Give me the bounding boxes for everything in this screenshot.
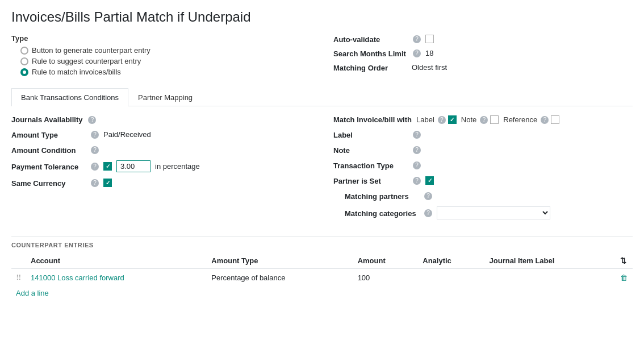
partner-is-set-help[interactable]: ? xyxy=(413,177,421,185)
radio-circle-match xyxy=(20,68,28,76)
note-field-label: Note xyxy=(333,145,407,155)
radio-rule-suggest[interactable]: Rule to suggest counterpart entry xyxy=(20,57,311,65)
match-reference-help[interactable]: ? xyxy=(541,116,549,124)
match-note-checkbox[interactable] xyxy=(490,115,499,124)
journal-item-label-cell xyxy=(485,269,616,287)
transaction-type-label: Transaction Type xyxy=(333,160,407,170)
counterpart-title: COUNTERPART ENTRIES xyxy=(11,237,633,248)
add-line-button[interactable]: Add a line xyxy=(11,287,53,300)
tab-bank-transactions[interactable]: Bank Transactions Conditions xyxy=(11,88,128,106)
match-invoice-label: Match Invoice/bill with xyxy=(333,115,412,124)
partner-is-set-label: Partner is Set xyxy=(333,176,407,185)
col-account: Account xyxy=(26,253,207,269)
tab-partner-mapping[interactable]: Partner Mapping xyxy=(128,88,202,106)
same-currency-help[interactable]: ? xyxy=(91,179,99,187)
match-reference-checkbox[interactable] xyxy=(551,115,559,124)
account-link[interactable]: 141000 Loss carried forward xyxy=(31,273,124,282)
match-reference-item: Reference ? xyxy=(503,115,559,124)
payment-tolerance-label: Payment Tolerance xyxy=(11,161,85,171)
col-amount-type: Amount Type xyxy=(207,253,353,269)
matching-categories-label: Matching categories xyxy=(345,208,419,218)
match-label-text: Label xyxy=(416,115,434,124)
match-reference-text: Reference xyxy=(503,115,537,124)
match-label-checkbox[interactable] xyxy=(448,115,457,124)
payment-tolerance-input[interactable] xyxy=(116,160,150,172)
analytic-cell xyxy=(418,269,484,287)
amount-type-value: Paid/Received xyxy=(103,130,151,139)
counterpart-table: Account Amount Type Amount Analytic Jour… xyxy=(11,253,633,287)
search-months-value: 18 xyxy=(425,49,433,57)
amount-cell: 100 xyxy=(353,269,419,287)
matching-partners-help[interactable]: ? xyxy=(424,192,432,200)
partner-is-set-checkbox[interactable] xyxy=(425,176,434,185)
match-note-item: Note ? xyxy=(461,115,499,124)
journals-availability-label: Journals Availability xyxy=(11,115,82,124)
matching-categories-dropdown[interactable] xyxy=(437,206,550,219)
radio-button-counterpart[interactable]: Button to generate counterpart entry xyxy=(20,46,311,55)
matching-categories-select[interactable] xyxy=(437,206,550,219)
auto-validate-label: Auto-validate xyxy=(333,34,407,44)
note-field-help[interactable]: ? xyxy=(413,146,421,154)
drag-handle[interactable]: ⠿ xyxy=(16,273,22,282)
label-field-label: Label xyxy=(333,130,407,139)
type-label: Type xyxy=(11,34,28,43)
payment-tolerance-suffix: in percentage xyxy=(155,162,200,171)
radio-rule-match[interactable]: Rule to match invoices/bills xyxy=(20,68,311,76)
label-field-help[interactable]: ? xyxy=(413,131,421,139)
tabs-container: Bank Transactions Conditions Partner Map… xyxy=(11,88,633,106)
radio-label-button: Button to generate counterpart entry xyxy=(32,46,150,55)
match-label-item: Label ? xyxy=(416,115,457,124)
auto-validate-checkbox[interactable] xyxy=(425,35,434,43)
page-title: Invoices/Bills Partial Match if Underpai… xyxy=(11,9,633,25)
amount-condition-help[interactable]: ? xyxy=(91,146,99,154)
payment-tolerance-help[interactable]: ? xyxy=(91,163,99,171)
matching-order-label: Matching Order xyxy=(333,63,407,72)
journals-help[interactable]: ? xyxy=(88,116,96,124)
amount-type-label: Amount Type xyxy=(11,130,85,139)
col-amount: Amount xyxy=(353,253,419,269)
col-journal-item-label: Journal Item Label xyxy=(485,253,616,269)
table-row: ⠿ 141000 Loss carried forward Percentage… xyxy=(11,269,633,287)
amount-type-help[interactable]: ? xyxy=(91,131,99,139)
radio-label-match: Rule to match invoices/bills xyxy=(32,68,121,76)
radio-label-suggest: Rule to suggest counterpart entry xyxy=(32,57,141,65)
same-currency-label: Same Currency xyxy=(11,178,85,188)
transaction-type-help[interactable]: ? xyxy=(413,161,421,169)
match-invoice-row: Match Invoice/bill with Label ? Note ? R… xyxy=(333,115,633,124)
amount-condition-label: Amount Condition xyxy=(11,145,85,155)
same-currency-checkbox[interactable] xyxy=(103,179,112,187)
match-note-text: Note xyxy=(461,115,476,124)
amount-type-cell: Percentage of balance xyxy=(207,269,353,287)
match-label-help[interactable]: ? xyxy=(438,116,446,124)
sort-icon: ⇅ xyxy=(620,256,626,265)
col-analytic: Analytic xyxy=(418,253,484,269)
radio-circle-button xyxy=(20,47,28,55)
search-months-help[interactable]: ? xyxy=(413,49,421,57)
matching-partners-label: Matching partners xyxy=(345,191,419,201)
match-note-help[interactable]: ? xyxy=(480,116,488,124)
payment-tolerance-checkbox[interactable] xyxy=(103,162,112,171)
matching-order-value: Oldest first xyxy=(412,63,447,72)
radio-circle-suggest xyxy=(20,57,28,65)
auto-validate-help[interactable]: ? xyxy=(413,35,421,43)
delete-row-icon[interactable]: 🗑 xyxy=(620,273,628,282)
matching-categories-help[interactable]: ? xyxy=(424,209,432,217)
search-months-label: Search Months Limit xyxy=(333,48,407,58)
